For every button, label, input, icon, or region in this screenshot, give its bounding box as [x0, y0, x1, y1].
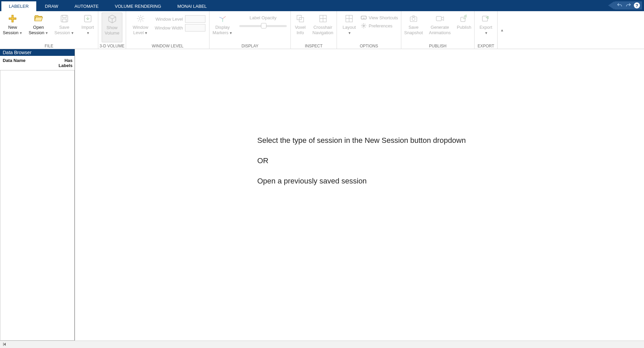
tab-monai-label[interactable]: MONAI LABEL: [170, 1, 214, 11]
display-markers-button: DisplayMarkers▼: [210, 13, 235, 43]
group-publish: SaveSnapshot GenerateAnimations Publish …: [401, 11, 475, 49]
data-browser-col-name[interactable]: Data Name: [0, 56, 55, 70]
ribbon: NewSession▼ OpenSession▼ SaveSession▼ Im…: [0, 11, 644, 49]
tab-volume-rendering[interactable]: VOLUME RENDERING: [107, 1, 169, 11]
svg-rect-0: [61, 15, 68, 22]
folder-open-icon: [34, 14, 43, 23]
group-window-level: WindowLevel▼ Window Level Window Width W…: [126, 11, 209, 49]
help-button[interactable]: ?: [634, 2, 640, 8]
group-window-level-label: WINDOW LEVEL: [126, 44, 209, 48]
group-display: DisplayMarkers▼ Label Opacity DISPLAY: [209, 11, 291, 49]
voxel-info-icon: [296, 14, 305, 23]
layout-icon: [344, 14, 354, 23]
import-button: Import▼: [78, 13, 98, 43]
window-level-input: [185, 15, 205, 23]
quick-access-toolbar: ?: [614, 1, 642, 9]
save-session-button: SaveSession▼: [52, 13, 77, 43]
group-inspect: VoxelInfo CrosshairNavigation INSPECT: [291, 11, 337, 49]
group-export: Export▼ EXPORT: [475, 11, 498, 49]
label-opacity-label: Label Opacity: [249, 15, 277, 20]
window-width-input: [185, 24, 205, 31]
toolstrip-tabs: LABELER DRAW AUTOMATE VOLUME RENDERING M…: [0, 0, 644, 11]
camera-icon: [409, 14, 418, 23]
placeholder-line1: Select the type of session in the New Se…: [257, 134, 466, 147]
view-shortcuts-button: View Shortcuts: [361, 15, 398, 21]
generate-animations-button: GenerateAnimations: [426, 13, 454, 43]
export-label: Export▼: [480, 25, 492, 36]
tab-automate[interactable]: AUTOMATE: [67, 1, 106, 11]
main-canvas: Select the type of session in the New Se…: [75, 49, 644, 341]
new-session-label: NewSession▼: [3, 25, 22, 36]
group-options: Layout▼ View Shortcuts Preferences OPTIO…: [337, 11, 401, 49]
brightness-icon: [136, 14, 145, 23]
cube-icon: [107, 14, 117, 24]
window-width-field-label: Window Width: [152, 25, 183, 30]
axes-icon: [218, 14, 227, 23]
crosshair-navigation-label: CrosshairNavigation: [313, 25, 333, 36]
placeholder-line3: Open a previously saved session: [257, 174, 466, 188]
slider-thumb-icon: [261, 23, 266, 28]
redo-button[interactable]: [625, 2, 632, 9]
layout-label: Layout▼: [343, 25, 356, 36]
preferences-label: Preferences: [369, 23, 393, 28]
save-session-label: SaveSession▼: [55, 25, 74, 36]
preferences-button: Preferences: [361, 23, 398, 29]
svg-rect-2: [62, 19, 66, 22]
svg-rect-15: [483, 16, 488, 21]
open-session-button[interactable]: OpenSession▼: [26, 13, 51, 43]
data-browser-header: Data Name HasLabels: [0, 56, 75, 70]
keyboard-icon: [361, 15, 367, 21]
voxel-info-button: VoxelInfo: [291, 13, 309, 43]
data-browser-list: [0, 70, 75, 341]
save-snapshot-label: SaveSnapshot: [404, 25, 423, 36]
go-first-icon[interactable]: [2, 342, 7, 347]
group-3d-volume: ShowVolume 3-D VOLUME: [98, 11, 126, 49]
ribbon-collapse-button[interactable]: ▴: [499, 27, 505, 32]
gear-icon: [361, 23, 367, 29]
tab-draw[interactable]: DRAW: [38, 1, 66, 11]
window-level-fields: Window Level Window Width: [152, 13, 205, 43]
status-bar: [0, 341, 644, 348]
share-icon: [459, 14, 469, 23]
svg-rect-9: [361, 16, 366, 19]
show-volume-button: ShowVolume: [102, 13, 122, 42]
publish-label: Publish: [457, 25, 471, 30]
data-browser-col-labels[interactable]: HasLabels: [55, 56, 75, 70]
video-icon: [435, 14, 445, 23]
crosshair-navigation-button: CrosshairNavigation: [310, 13, 336, 43]
undo-button[interactable]: [616, 2, 623, 9]
group-3d-volume-label: 3-D VOLUME: [98, 44, 126, 48]
undo-icon: [617, 2, 623, 8]
tab-labeler[interactable]: LABELER: [1, 1, 36, 11]
group-publish-label: PUBLISH: [401, 44, 474, 48]
window-level-button: WindowLevel▼: [130, 13, 151, 43]
generate-animations-label: GenerateAnimations: [429, 25, 451, 36]
crosshair-icon: [318, 14, 328, 23]
svg-rect-1: [62, 15, 66, 18]
label-opacity-slider: [239, 25, 287, 27]
svg-point-12: [412, 18, 415, 21]
placeholder-text: Select the type of session in the New Se…: [257, 134, 466, 195]
export-button: Export▼: [477, 13, 495, 43]
export-icon: [481, 14, 490, 23]
save-icon: [60, 14, 69, 23]
show-volume-label: ShowVolume: [105, 25, 119, 36]
group-inspect-label: INSPECT: [291, 44, 337, 48]
new-session-button[interactable]: NewSession▼: [0, 13, 25, 43]
placeholder-line2: OR: [257, 154, 466, 168]
svg-rect-14: [461, 17, 465, 22]
voxel-info-label: VoxelInfo: [295, 25, 306, 36]
window-level-btn-label: WindowLevel▼: [133, 25, 148, 36]
group-options-label: OPTIONS: [337, 44, 401, 48]
data-browser-title: Data Browser: [0, 49, 75, 56]
svg-point-10: [363, 25, 365, 27]
plus-icon: [8, 14, 17, 23]
open-session-label: OpenSession▼: [28, 25, 48, 36]
layout-button: Layout▼: [340, 13, 359, 43]
redo-icon: [625, 2, 631, 8]
group-export-label: EXPORT: [475, 44, 497, 48]
publish-button: Publish: [454, 13, 474, 43]
import-icon: [83, 14, 93, 23]
window-level-field-label: Window Level: [152, 17, 183, 22]
group-file: NewSession▼ OpenSession▼ SaveSession▼ Im…: [0, 11, 98, 49]
